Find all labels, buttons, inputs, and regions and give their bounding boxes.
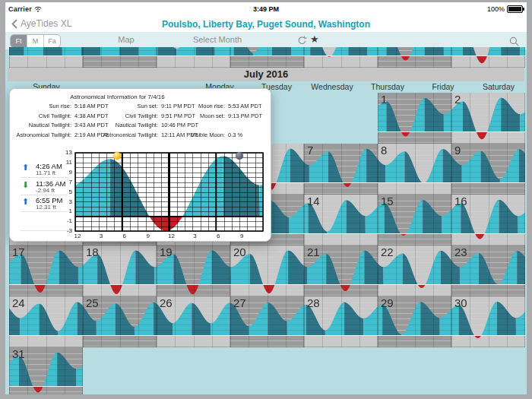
calendar-day-cell[interactable]: 30 <box>451 296 525 347</box>
unit-segment-ft[interactable]: Ft <box>11 35 27 47</box>
astro-label: Nautical Twilight: <box>10 122 158 128</box>
calendar-day-cell[interactable] <box>378 47 451 68</box>
tide-curve-canvas <box>451 47 525 68</box>
tide-curve-canvas <box>157 296 230 347</box>
calendar-day-cell[interactable] <box>9 47 83 68</box>
tide-curve-canvas <box>9 347 83 394</box>
tide-curve-canvas <box>83 296 157 347</box>
calendar-day-cell[interactable]: 23 <box>451 245 525 296</box>
calendar-day-cell[interactable]: 18 <box>83 245 157 296</box>
tide-curve-canvas <box>83 47 157 68</box>
calendar-day-cell[interactable]: 31 <box>9 347 83 394</box>
calendar-day-cell[interactable]: 28 <box>304 296 378 347</box>
tide-curve-canvas <box>304 144 378 195</box>
calendar-day-cell[interactable]: 7 <box>304 144 378 195</box>
tide-curve-canvas <box>9 245 83 296</box>
calendar-day-cell[interactable]: 14 <box>304 195 378 245</box>
tide-curve-canvas <box>83 245 157 296</box>
rising-tide-arrow-icon: ⬆ <box>22 163 29 173</box>
status-time: 3:49 PM <box>5 5 527 13</box>
tide-curve-canvas <box>378 93 451 144</box>
calendar-day-cell[interactable] <box>230 47 304 68</box>
astro-value: 0.3 % <box>228 131 242 138</box>
calendar-day-cell[interactable]: 15 <box>378 195 451 245</box>
calendar-day-cell[interactable]: 27 <box>230 296 304 347</box>
tide-curve-canvas <box>157 245 230 296</box>
tide-curve-canvas <box>230 47 304 68</box>
calendar-day-cell[interactable]: 8 <box>378 144 451 195</box>
tide-curve-canvas <box>378 195 451 245</box>
astro-value: 9:13 PM PDT <box>228 112 262 119</box>
calendar-day-cell[interactable]: 16 <box>451 195 525 245</box>
tide-curve-canvas <box>378 144 451 195</box>
calendar-day-cell[interactable]: 25 <box>83 296 157 347</box>
calendar-day-cell[interactable]: 22 <box>378 245 451 296</box>
sun-icon <box>113 152 121 160</box>
unit-segment-m[interactable]: M <box>27 35 43 47</box>
tide-curve-canvas <box>230 245 304 296</box>
calendar-day-cell[interactable]: 21 <box>304 245 378 296</box>
tide-curve-canvas <box>230 296 304 347</box>
weekday-label-thursday: Thursday <box>371 82 404 91</box>
weekday-label-saturday: Saturday <box>483 82 515 91</box>
calendar-day-cell[interactable] <box>451 47 525 68</box>
calendar-day-cell[interactable]: 24 <box>9 296 83 347</box>
tide-event-height: 11.71 ft <box>36 169 55 176</box>
tide-curve-canvas <box>157 47 230 68</box>
tide-curve-canvas <box>451 195 525 245</box>
battery-icon <box>507 5 523 13</box>
falling-tide-arrow-icon: ⬇ <box>22 180 29 190</box>
tide-curve-canvas <box>9 47 83 68</box>
calendar-day-cell[interactable] <box>304 47 378 68</box>
calendar-week-row: 31 <box>5 347 527 394</box>
calendar-day-cell[interactable] <box>83 47 157 68</box>
popup-title: Astronomical Information for 7/4/16 <box>10 93 225 100</box>
tide-curve-canvas <box>304 296 378 347</box>
tide-event-height: 12.31 ft <box>36 204 56 211</box>
map-button[interactable]: Map <box>118 35 134 44</box>
calendar-day-cell[interactable]: 20 <box>230 245 304 296</box>
astro-row: Nautical Twilight:3:43 AM PDTNautical Tw… <box>10 122 271 131</box>
tide-curve-canvas <box>378 245 451 296</box>
select-month-button[interactable]: Select Month <box>193 35 242 44</box>
calendar-day-cell[interactable] <box>157 47 230 68</box>
month-header: July 2016 <box>8 68 524 81</box>
tide-event-height: -2.94 ft <box>36 187 55 194</box>
app-screen: Carrier 3:49 PM 100% AyeTides XL Poulsbo… <box>5 2 527 394</box>
back-button[interactable]: AyeTides XL <box>11 18 71 29</box>
calendar-day-cell[interactable]: 9 <box>451 144 525 195</box>
astro-row: Civil Twilight:4:38 AM PDTCivil Twilight… <box>10 112 271 122</box>
calendar-day-cell[interactable]: 1 <box>378 93 451 144</box>
station-title: Poulsbo, Liberty Bay, Puget Sound, Washi… <box>97 19 435 30</box>
tide-curve-canvas <box>304 245 378 296</box>
astro-label: Visible Moon: <box>10 131 225 138</box>
back-chevron-icon <box>11 19 17 29</box>
calendar-day-cell[interactable]: 17 <box>9 245 83 296</box>
weekday-label-wednesday: Wednesday <box>311 82 353 91</box>
astro-row: Astronomical Twilight:2:19 AM PDTAstrono… <box>10 131 271 141</box>
calendar-week-row: 17181920212223 <box>5 245 527 296</box>
calendar-day-cell[interactable]: 26 <box>157 296 230 347</box>
star-icon: ★ <box>310 33 319 45</box>
unit-segment-fa[interactable]: Fa <box>43 35 60 47</box>
favorite-star-button[interactable]: ★ <box>310 33 319 45</box>
tide-curve-canvas <box>451 144 525 195</box>
calendar-day-cell[interactable]: 2 <box>451 93 525 144</box>
refresh-icon <box>297 36 307 46</box>
astro-value: 10:46 PM PDT <box>161 122 198 128</box>
calendar-day-cell[interactable]: 19 <box>157 245 230 296</box>
astro-label: Moon rise: <box>10 103 225 109</box>
astro-row: Sun rise:5:18 AM PDTSun set:9:11 PM PDTM… <box>10 103 271 112</box>
battery-percent: 100% <box>487 5 505 13</box>
battery-status: 100% <box>487 5 523 13</box>
tide-curve-canvas <box>378 47 451 68</box>
search-icon <box>509 36 519 46</box>
rising-tide-arrow-icon: ⬆ <box>22 197 29 207</box>
astro-value: 5:53 AM PDT <box>228 103 262 109</box>
units-segmented-control[interactable]: FtMFa <box>10 34 61 48</box>
tide-curve-canvas <box>451 296 525 347</box>
calendar-day-cell[interactable]: 29 <box>378 296 451 347</box>
weekday-label-friday: Friday <box>432 82 454 91</box>
back-button-label: AyeTides XL <box>21 18 71 29</box>
tide-curve-canvas <box>451 93 525 144</box>
